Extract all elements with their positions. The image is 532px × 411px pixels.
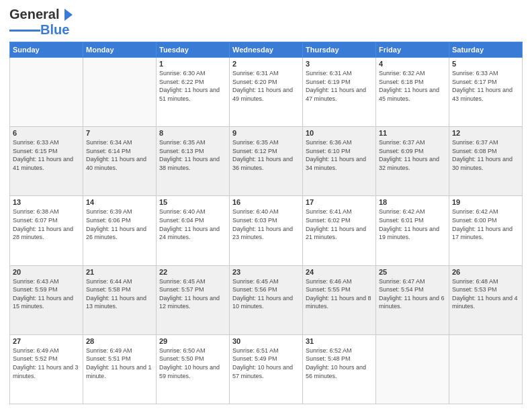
col-header-wednesday: Wednesday (230, 42, 303, 58)
day-number: 7 (86, 129, 153, 137)
day-info: Sunrise: 6:49 AMSunset: 5:52 PMDaylight:… (13, 347, 80, 380)
day-info: Sunrise: 6:49 AMSunset: 5:51 PMDaylight:… (86, 347, 153, 380)
calendar-week-row: 27Sunrise: 6:49 AMSunset: 5:52 PMDayligh… (10, 334, 523, 404)
calendar-cell: 7Sunrise: 6:34 AMSunset: 6:14 PMDaylight… (83, 127, 157, 196)
day-number: 28 (86, 337, 153, 345)
day-info: Sunrise: 6:30 AMSunset: 6:22 PMDaylight:… (159, 69, 226, 103)
day-number: 6 (13, 129, 80, 137)
calendar-cell: 2Sunrise: 6:31 AMSunset: 6:20 PMDaylight… (230, 58, 303, 127)
header: General Blue (9, 7, 523, 38)
day-info: Sunrise: 6:40 AMSunset: 6:03 PMDaylight:… (232, 208, 300, 241)
calendar-cell: 5Sunrise: 6:33 AMSunset: 6:17 PMDaylight… (449, 58, 523, 127)
day-number: 2 (232, 60, 300, 68)
day-number: 29 (159, 337, 226, 345)
calendar-week-row: 6Sunrise: 6:33 AMSunset: 6:15 PMDaylight… (10, 127, 523, 196)
day-info: Sunrise: 6:33 AMSunset: 6:17 PMDaylight:… (452, 69, 519, 103)
day-info: Sunrise: 6:37 AMSunset: 6:08 PMDaylight:… (452, 138, 519, 172)
logo-blue-text: Blue (40, 22, 69, 38)
svg-marker-0 (64, 9, 73, 21)
day-info: Sunrise: 6:52 AMSunset: 5:48 PMDaylight:… (306, 347, 373, 380)
calendar-cell (376, 334, 449, 404)
day-info: Sunrise: 6:43 AMSunset: 5:59 PMDaylight:… (13, 277, 80, 311)
day-info: Sunrise: 6:45 AMSunset: 5:57 PMDaylight:… (159, 277, 226, 311)
col-header-saturday: Saturday (449, 42, 523, 58)
day-info: Sunrise: 6:39 AMSunset: 6:06 PMDaylight:… (86, 208, 153, 241)
day-number: 17 (306, 198, 373, 206)
calendar-cell: 31Sunrise: 6:52 AMSunset: 5:48 PMDayligh… (303, 334, 376, 404)
day-number: 20 (13, 268, 80, 276)
calendar-cell: 24Sunrise: 6:46 AMSunset: 5:55 PMDayligh… (303, 265, 376, 334)
day-info: Sunrise: 6:38 AMSunset: 6:07 PMDaylight:… (13, 208, 80, 241)
day-number: 16 (232, 198, 300, 206)
day-number: 21 (86, 268, 153, 276)
calendar-cell: 27Sunrise: 6:49 AMSunset: 5:52 PMDayligh… (10, 334, 83, 404)
day-number: 11 (379, 129, 446, 137)
calendar-cell: 17Sunrise: 6:41 AMSunset: 6:02 PMDayligh… (303, 196, 376, 265)
day-number: 13 (13, 198, 80, 206)
calendar-cell: 28Sunrise: 6:49 AMSunset: 5:51 PMDayligh… (83, 334, 157, 404)
day-number: 18 (379, 198, 446, 206)
day-info: Sunrise: 6:48 AMSunset: 5:53 PMDaylight:… (452, 277, 519, 311)
logo: General Blue (9, 7, 74, 38)
col-header-sunday: Sunday (10, 42, 83, 58)
calendar-cell: 21Sunrise: 6:44 AMSunset: 5:58 PMDayligh… (83, 265, 157, 334)
logo-icon (59, 7, 74, 22)
calendar-cell: 4Sunrise: 6:32 AMSunset: 6:18 PMDaylight… (376, 58, 449, 127)
day-number: 26 (452, 268, 519, 276)
col-header-friday: Friday (376, 42, 449, 58)
day-info: Sunrise: 6:35 AMSunset: 6:12 PMDaylight:… (232, 138, 300, 172)
day-number: 24 (306, 268, 373, 276)
calendar-cell: 14Sunrise: 6:39 AMSunset: 6:06 PMDayligh… (83, 196, 157, 265)
calendar-cell: 15Sunrise: 6:40 AMSunset: 6:04 PMDayligh… (157, 196, 230, 265)
day-number: 4 (379, 60, 446, 68)
day-info: Sunrise: 6:42 AMSunset: 6:00 PMDaylight:… (452, 208, 519, 241)
day-number: 27 (13, 337, 80, 345)
day-number: 31 (306, 337, 373, 345)
day-info: Sunrise: 6:42 AMSunset: 6:01 PMDaylight:… (379, 208, 446, 241)
day-number: 22 (159, 268, 226, 276)
calendar-cell: 11Sunrise: 6:37 AMSunset: 6:09 PMDayligh… (376, 127, 449, 196)
day-info: Sunrise: 6:35 AMSunset: 6:13 PMDaylight:… (159, 138, 226, 172)
calendar-cell (83, 58, 157, 127)
calendar-week-row: 13Sunrise: 6:38 AMSunset: 6:07 PMDayligh… (10, 196, 523, 265)
calendar-cell: 6Sunrise: 6:33 AMSunset: 6:15 PMDaylight… (10, 127, 83, 196)
logo-general-text: General (9, 7, 59, 22)
calendar-cell: 30Sunrise: 6:51 AMSunset: 5:49 PMDayligh… (230, 334, 303, 404)
day-number: 19 (452, 198, 519, 206)
calendar-header-row: SundayMondayTuesdayWednesdayThursdayFrid… (10, 42, 523, 58)
calendar-table: SundayMondayTuesdayWednesdayThursdayFrid… (9, 42, 523, 404)
calendar-cell: 9Sunrise: 6:35 AMSunset: 6:12 PMDaylight… (230, 127, 303, 196)
day-number: 15 (159, 198, 226, 206)
day-number: 12 (452, 129, 519, 137)
day-info: Sunrise: 6:31 AMSunset: 6:20 PMDaylight:… (232, 69, 300, 103)
day-info: Sunrise: 6:40 AMSunset: 6:04 PMDaylight:… (159, 208, 226, 241)
day-info: Sunrise: 6:37 AMSunset: 6:09 PMDaylight:… (379, 138, 446, 172)
calendar-cell: 1Sunrise: 6:30 AMSunset: 6:22 PMDaylight… (157, 58, 230, 127)
day-number: 3 (306, 60, 373, 68)
day-info: Sunrise: 6:36 AMSunset: 6:10 PMDaylight:… (306, 138, 373, 172)
calendar-cell: 26Sunrise: 6:48 AMSunset: 5:53 PMDayligh… (449, 265, 523, 334)
calendar-cell (449, 334, 523, 404)
calendar-cell: 18Sunrise: 6:42 AMSunset: 6:01 PMDayligh… (376, 196, 449, 265)
calendar-cell: 22Sunrise: 6:45 AMSunset: 5:57 PMDayligh… (157, 265, 230, 334)
calendar-cell: 10Sunrise: 6:36 AMSunset: 6:10 PMDayligh… (303, 127, 376, 196)
col-header-thursday: Thursday (303, 42, 376, 58)
calendar-cell: 29Sunrise: 6:50 AMSunset: 5:50 PMDayligh… (157, 334, 230, 404)
day-info: Sunrise: 6:31 AMSunset: 6:19 PMDaylight:… (306, 69, 373, 103)
calendar-cell (10, 58, 83, 127)
calendar-cell: 16Sunrise: 6:40 AMSunset: 6:03 PMDayligh… (230, 196, 303, 265)
day-number: 14 (86, 198, 153, 206)
calendar-cell: 3Sunrise: 6:31 AMSunset: 6:19 PMDaylight… (303, 58, 376, 127)
day-info: Sunrise: 6:45 AMSunset: 5:56 PMDaylight:… (232, 277, 300, 311)
calendar-cell: 13Sunrise: 6:38 AMSunset: 6:07 PMDayligh… (10, 196, 83, 265)
page: General Blue SundayMondayTuesdayWednesda… (0, 0, 532, 411)
day-number: 1 (159, 60, 226, 68)
day-info: Sunrise: 6:32 AMSunset: 6:18 PMDaylight:… (379, 69, 446, 103)
calendar-cell: 20Sunrise: 6:43 AMSunset: 5:59 PMDayligh… (10, 265, 83, 334)
calendar-cell: 25Sunrise: 6:47 AMSunset: 5:54 PMDayligh… (376, 265, 449, 334)
calendar-week-row: 20Sunrise: 6:43 AMSunset: 5:59 PMDayligh… (10, 265, 523, 334)
calendar-cell: 8Sunrise: 6:35 AMSunset: 6:13 PMDaylight… (157, 127, 230, 196)
day-info: Sunrise: 6:51 AMSunset: 5:49 PMDaylight:… (232, 347, 300, 380)
calendar-cell: 19Sunrise: 6:42 AMSunset: 6:00 PMDayligh… (449, 196, 523, 265)
day-number: 9 (232, 129, 300, 137)
